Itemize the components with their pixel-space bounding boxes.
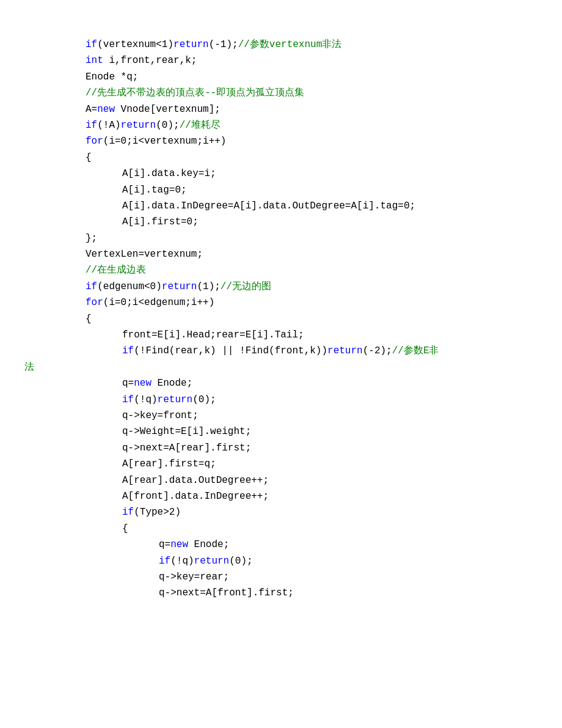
code-token-normal: (!Find(rear,k) || !Find(front,k)) xyxy=(134,345,327,356)
code-token-keyword: return xyxy=(327,345,363,356)
code-token-normal: front=E[i].Head;rear=E[i].Tail; xyxy=(122,329,304,340)
code-line: { xyxy=(24,521,538,537)
code-token-normal: }; xyxy=(86,233,97,244)
code-token-normal: i,front,rear,k; xyxy=(103,55,197,66)
code-token-keyword: if xyxy=(159,556,170,567)
code-block: if(vertexnum<1)return(-1);//参数vertexnum非… xyxy=(24,37,538,601)
code-token-keyword: return xyxy=(173,39,209,50)
code-line: for(i=0;i<edgenum;i++) xyxy=(24,295,538,311)
code-token-keyword: return xyxy=(162,281,197,292)
code-token-normal: (1); xyxy=(197,281,220,292)
code-line: q->key=rear; xyxy=(24,569,538,585)
code-line: if(vertexnum<1)return(-1);//参数vertexnum非… xyxy=(24,37,538,53)
code-token-normal: q= xyxy=(159,539,170,550)
code-line: A[i].data.InDegree=A[i].data.OutDegree=A… xyxy=(24,198,538,214)
code-line: { xyxy=(24,311,538,327)
code-token-normal: Enode; xyxy=(188,539,229,550)
code-token-normal: (vertexnum<1) xyxy=(97,39,173,50)
code-token-normal: q->Weight=E[i].weight; xyxy=(122,426,251,437)
code-token-normal: (i=0;i<vertexnum;i++) xyxy=(103,136,227,147)
code-token-normal: A[i].data.InDegree=A[i].data.OutDegree=A… xyxy=(122,200,415,211)
code-token-normal: q= xyxy=(122,378,134,389)
code-line: Enode *q; xyxy=(24,69,538,85)
code-token-normal: Enode *q; xyxy=(86,72,138,83)
code-token-normal: (0); xyxy=(229,556,252,567)
code-token-normal: A[rear].first=q; xyxy=(122,458,216,469)
code-token-normal: { xyxy=(86,152,92,163)
code-line: q->next=A[rear].first; xyxy=(24,440,538,456)
code-line: A[i].data.key=i; xyxy=(24,166,538,182)
code-line: A[i].tag=0; xyxy=(24,182,538,198)
code-token-normal: A[i].first=0; xyxy=(122,216,199,227)
code-token-normal: q->next=A[rear].first; xyxy=(122,443,251,454)
code-token-normal: A[i].tag=0; xyxy=(122,185,187,196)
code-token-comment: //先生成不带边表的顶点表--即顶点为孤立顶点集 xyxy=(86,87,304,98)
code-line: if(!q)return(0); xyxy=(24,553,538,569)
code-token-normal: Enode; xyxy=(151,378,192,389)
code-line: q->Weight=E[i].weight; xyxy=(24,424,538,439)
code-line: if(Type>2) xyxy=(24,504,538,520)
code-token-normal: (-1); xyxy=(209,39,238,50)
code-line: front=E[i].Head;rear=E[i].Tail; xyxy=(24,327,538,343)
code-token-normal: (Type>2) xyxy=(134,507,181,518)
code-line: A[rear].data.OutDegree++; xyxy=(24,472,538,488)
code-line: { xyxy=(24,150,538,166)
code-token-keyword: new xyxy=(134,378,151,389)
code-token-normal: q->key=front; xyxy=(122,410,199,421)
code-token-keyword: int xyxy=(86,55,103,66)
code-line: for(i=0;i<vertexnum;i++) xyxy=(24,133,538,149)
code-token-normal: (0); xyxy=(192,394,216,405)
code-line: //在生成边表 xyxy=(24,262,538,278)
code-token-keyword: return xyxy=(194,556,230,567)
code-line: int i,front,rear,k; xyxy=(24,53,538,68)
code-token-keyword: if xyxy=(86,281,97,292)
code-token-normal: A[front].data.InDegree++; xyxy=(122,491,269,502)
code-line: q->next=A[front].first; xyxy=(24,585,538,601)
code-token-normal: (!q) xyxy=(134,394,157,405)
code-token-keyword: if xyxy=(122,394,134,405)
code-token-normal: A[rear].data.OutDegree++; xyxy=(122,475,269,486)
code-line: if(!Find(rear,k) || !Find(front,k))retur… xyxy=(24,343,538,359)
code-token-normal: VertexLen=vertexnum; xyxy=(86,249,203,260)
code-token-keyword: if xyxy=(122,507,134,518)
code-token-normal: { xyxy=(122,523,128,534)
code-line: 法 xyxy=(24,359,538,375)
code-token-normal: (i=0;i<edgenum;i++) xyxy=(103,297,214,308)
code-token-normal: Vnode[vertexnum]; xyxy=(115,104,221,115)
code-token-keyword: new xyxy=(97,104,115,115)
code-token-normal: A= xyxy=(86,104,97,115)
code-token-normal: { xyxy=(86,314,92,325)
code-token-keyword: if xyxy=(86,120,97,131)
code-token-keyword: for xyxy=(86,297,103,308)
code-token-keyword: for xyxy=(86,136,103,147)
code-token-comment: 法 xyxy=(24,362,34,373)
code-token-keyword: new xyxy=(170,539,188,550)
code-line: A[front].data.InDegree++; xyxy=(24,488,538,504)
code-token-normal: (!q) xyxy=(170,556,194,567)
code-token-normal: (-2); xyxy=(363,345,392,356)
code-line: VertexLen=vertexnum; xyxy=(24,246,538,262)
code-line: if(!q)return(0); xyxy=(24,392,538,408)
code-token-keyword: if xyxy=(122,345,134,356)
code-line: }; xyxy=(24,230,538,246)
code-token-normal: A[i].data.key=i; xyxy=(122,168,216,179)
code-container: if(vertexnum<1)return(-1);//参数vertexnum非… xyxy=(0,24,562,614)
code-token-normal: (edgenum<0) xyxy=(97,281,162,292)
code-token-comment: //参数vertexnum非法 xyxy=(238,39,342,50)
code-line: if(!A)return(0);//堆耗尽 xyxy=(24,117,538,133)
code-token-keyword: return xyxy=(121,120,156,131)
code-token-normal: q->next=A[front].first; xyxy=(159,587,294,598)
code-token-normal: (0); xyxy=(156,120,179,131)
code-token-comment: //在生成边表 xyxy=(86,265,146,276)
code-line: q->key=front; xyxy=(24,408,538,424)
code-line: q=new Enode; xyxy=(24,537,538,553)
code-token-keyword: if xyxy=(86,39,97,50)
code-line: q=new Enode; xyxy=(24,375,538,391)
code-line: A[rear].first=q; xyxy=(24,456,538,472)
code-token-keyword: return xyxy=(158,394,193,405)
code-token-normal: (!A) xyxy=(97,120,120,131)
code-token-comment: //堆耗尽 xyxy=(180,120,221,131)
code-line: //先生成不带边表的顶点表--即顶点为孤立顶点集 xyxy=(24,85,538,101)
code-line: if(edgenum<0)return(1);//无边的图 xyxy=(24,279,538,295)
code-line: A[i].first=0; xyxy=(24,214,538,230)
